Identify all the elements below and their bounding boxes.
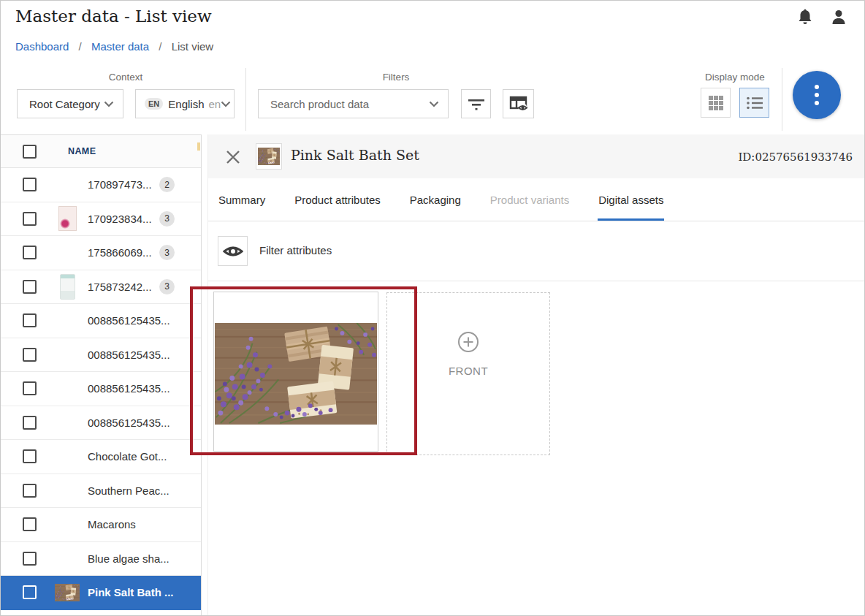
asset-image-card[interactable] [213, 292, 378, 452]
chevron-down-icon [104, 101, 114, 107]
table-row[interactable]: 170923834... 3 [1, 202, 201, 237]
root-category-dropdown[interactable]: Root Category [17, 89, 123, 118]
breadcrumb-separator: / [79, 40, 82, 53]
table-row[interactable]: Pink Salt Bath ... [1, 576, 201, 610]
product-list-panel: NAME 170897473... 2 170923834... 3 [1, 134, 202, 616]
row-thumbnail [55, 376, 80, 401]
product-thumbnail [256, 143, 282, 170]
table-row[interactable]: Chocolate Got... [1, 440, 201, 474]
filter-attributes-row: Filter attributes [208, 221, 865, 281]
row-checkbox[interactable] [23, 348, 37, 362]
row-checkbox[interactable] [23, 178, 37, 191]
table-row[interactable]: 170897473... 2 [1, 168, 201, 202]
tab-summary[interactable]: Summary [218, 178, 266, 221]
detail-tabs: Summary Product attributes Packaging Pro… [208, 178, 865, 221]
bell-icon[interactable] [796, 8, 815, 27]
root-category-value: Root Category [29, 98, 100, 110]
grid-view-icon[interactable] [701, 88, 731, 118]
row-name: 170923834... [88, 213, 152, 225]
row-checkbox[interactable] [23, 449, 37, 463]
row-thumbnail [55, 172, 80, 197]
row-checkbox[interactable] [23, 212, 37, 226]
row-checkbox[interactable] [23, 280, 37, 294]
chevron-down-icon [221, 101, 231, 107]
row-count-badge: 3 [159, 211, 175, 227]
table-row[interactable]: 175873242... 3 [1, 270, 201, 305]
breadcrumb-link-master-data[interactable]: Master data [91, 40, 149, 53]
product-detail-panel: Pink Salt Bath Set ID:02576561933746 Sum… [207, 134, 865, 616]
product-id: ID:02576561933746 [738, 151, 853, 164]
row-thumbnail [55, 444, 80, 469]
master-data-app: Master data - List view Dashboard / Mast… [0, 0, 865, 616]
table-row[interactable]: 175866069... 3 [1, 236, 201, 270]
list-view-icon[interactable] [739, 88, 769, 118]
row-name: 175873242... [88, 281, 152, 293]
detail-header: Pink Salt Bath Set ID:02576561933746 [208, 134, 865, 178]
language-code-badge: EN [145, 98, 163, 110]
front-upload-slot[interactable]: FRONT [386, 292, 550, 455]
table-row[interactable]: 008856125435... [1, 372, 201, 406]
search-product-dropdown[interactable]: Search product data [258, 89, 449, 118]
row-name: Macarons [88, 518, 136, 531]
tab-packaging[interactable]: Packaging [409, 178, 462, 221]
row-count-badge: 3 [159, 279, 175, 294]
table-row[interactable]: 008856125435... [1, 338, 201, 373]
row-checkbox[interactable] [23, 484, 37, 498]
product-title: Pink Salt Bath Set [291, 147, 419, 163]
product-rows: 170897473... 2 170923834... 3 175866069.… [1, 168, 201, 610]
close-icon[interactable] [226, 150, 240, 164]
breadcrumb-link-dashboard[interactable]: Dashboard [15, 40, 69, 53]
filter-attributes-label: Filter attributes [259, 244, 332, 256]
tab-product-attributes[interactable]: Product attributes [294, 178, 381, 221]
display-mode-section-label: Display mode [692, 72, 778, 83]
plus-circle-icon [457, 331, 479, 353]
row-name: 008856125435... [88, 417, 170, 429]
row-thumbnail [55, 240, 80, 265]
toolbar-divider [245, 68, 246, 131]
row-name: Southern Peac... [88, 484, 169, 497]
tab-digital-assets[interactable]: Digital assets [598, 178, 664, 221]
row-thumbnail [55, 580, 80, 605]
select-all-checkbox[interactable] [23, 145, 37, 159]
row-count-badge: 3 [159, 245, 175, 260]
table-row[interactable]: Macarons [1, 508, 201, 542]
table-eye-icon[interactable] [503, 89, 534, 118]
row-thumbnail [55, 274, 80, 299]
filters-section-label: Filters [258, 72, 534, 83]
row-thumbnail [55, 308, 80, 333]
row-checkbox[interactable] [23, 552, 37, 566]
breadcrumb-current: List view [172, 40, 214, 53]
row-checkbox[interactable] [23, 416, 37, 430]
table-row[interactable]: 008856125435... [1, 406, 201, 441]
row-name: 170897473... [88, 178, 152, 191]
row-checkbox[interactable] [23, 517, 37, 531]
row-name: 008856125435... [88, 382, 170, 395]
person-icon[interactable] [829, 8, 848, 27]
row-thumbnail [55, 342, 80, 367]
toolbar-divider [782, 68, 782, 131]
row-checkbox[interactable] [23, 585, 37, 599]
language-name: English [168, 98, 204, 110]
row-name: 008856125435... [88, 349, 170, 361]
context-section-label: Context [17, 72, 235, 83]
filter-lines-icon[interactable] [461, 89, 491, 118]
toolbar: Context Filters Display mode Root Catego… [1, 65, 865, 134]
eye-icon[interactable] [218, 236, 248, 266]
row-checkbox[interactable] [23, 313, 37, 327]
row-name: 008856125435... [88, 314, 170, 327]
table-row[interactable]: 008856125435... [1, 304, 201, 338]
language-dropdown[interactable]: EN English en [135, 89, 235, 118]
row-name: 175866069... [88, 246, 152, 259]
chevron-down-icon [429, 101, 439, 107]
breadcrumb: Dashboard / Master data / List view [15, 40, 213, 53]
tab-product-variants: Product variants [489, 178, 570, 221]
table-row[interactable]: Blue algae sha... [1, 542, 201, 577]
row-checkbox[interactable] [23, 246, 37, 259]
kebab-menu-icon[interactable] [793, 71, 841, 119]
table-row[interactable]: Southern Peac... [1, 474, 201, 509]
row-thumbnail [55, 546, 80, 571]
digital-assets-area: FRONT [208, 281, 865, 616]
row-thumbnail [55, 478, 80, 503]
page-title: Master data - List view [15, 7, 212, 26]
row-checkbox[interactable] [23, 381, 37, 395]
